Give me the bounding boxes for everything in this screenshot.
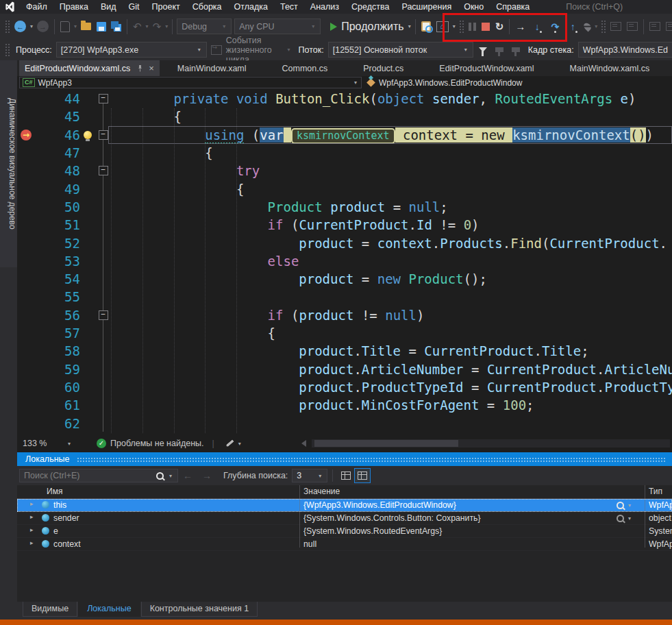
code-line-59[interactable]: 59product.ArticleNumber = CurrentProduct… [17, 360, 672, 378]
tool-tab-0[interactable]: Видимые [23, 602, 77, 617]
pause-button[interactable] [466, 19, 478, 35]
fold-marker[interactable]: − [99, 310, 108, 320]
column-splitter[interactable] [299, 485, 300, 548]
drag-handle[interactable] [77, 456, 666, 463]
document-tab-2[interactable]: Common.cs [264, 60, 346, 76]
magnifier-icon[interactable] [617, 502, 624, 509]
document-tab-6[interactable]: ksmirn [667, 60, 672, 76]
lifecycle-events-button[interactable] [209, 42, 224, 58]
code-line-47[interactable]: 47{ [17, 144, 672, 162]
search-icon[interactable] [156, 472, 164, 480]
navigate-forward-button[interactable]: → [35, 19, 51, 35]
tool-tab-1[interactable]: Локальные [78, 602, 140, 617]
code-line-51[interactable]: 51if (CurrentProduct.Id != 0) [17, 216, 672, 234]
immediate-window-button[interactable] [625, 19, 640, 35]
filter-flagged-icon[interactable] [495, 47, 503, 52]
search-depth-combo[interactable]: 3 ▾ [292, 469, 327, 482]
menu-item-12[interactable]: Справка [490, 0, 536, 14]
tool-tab-2[interactable]: Контрольные значения 1 [141, 602, 258, 617]
code-line-54[interactable]: 54product = new Product(); [17, 270, 672, 288]
navigate-back-button[interactable]: ← [12, 19, 28, 35]
process-combo[interactable]: [2720] WpfApp3.exe▾ [56, 42, 207, 58]
menu-item-9[interactable]: Средства [345, 0, 395, 14]
menu-item-3[interactable]: Git [123, 0, 146, 14]
undo-button[interactable]: ↶ [131, 19, 144, 35]
indent-decrease-button[interactable] [647, 19, 662, 35]
value-visualizer[interactable]: ▾ [617, 512, 632, 524]
code-line-57[interactable]: 57{ [17, 324, 672, 342]
show-next-statement-button[interactable]: → [513, 19, 527, 35]
project-dropdown[interactable]: C# WpfApp3 ▾ [19, 77, 362, 88]
code-line-62[interactable]: 62 [17, 415, 672, 432]
fold-marker[interactable]: − [99, 166, 108, 175]
flag-column-button[interactable] [338, 468, 354, 483]
stop-debugging-button[interactable] [480, 19, 492, 35]
code-line-45[interactable]: 45{ [17, 108, 672, 125]
code-line-50[interactable]: 50Product product = null; [17, 198, 672, 216]
code-editor[interactable]: 44−private void Button_Click(object send… [17, 90, 672, 434]
continue-button[interactable]: Продолжить [323, 19, 406, 35]
document-tab-1[interactable]: MainWindow.xaml [160, 60, 264, 76]
thread-combo[interactable]: [12552] Основной поток▾ [328, 42, 473, 58]
toolbar-grip[interactable] [5, 43, 10, 57]
chevron-down-icon[interactable]: ▾ [29, 23, 34, 29]
code-line-60[interactable]: 60product.ProductTypeId = CurrentProduct… [17, 378, 672, 396]
locals-title-bar[interactable]: Локальные [17, 452, 672, 466]
chevron-down-icon[interactable]: ▾ [407, 23, 412, 29]
menu-item-1[interactable]: Правка [53, 0, 95, 14]
menu-item-10[interactable]: Расширения [395, 0, 458, 14]
expander-icon[interactable]: ▸ [30, 539, 34, 546]
menu-item-0[interactable]: Файл [20, 0, 53, 14]
locals-row-e[interactable]: ▸e{System.Windows.RoutedEventArgs}System… [17, 525, 672, 538]
column-header-value[interactable]: Значение [303, 487, 340, 496]
locals-search-input[interactable]: Поиск (Ctrl+E) ▾ [19, 469, 178, 482]
code-line-55[interactable]: 55 [17, 288, 672, 306]
scrollbar-thumb[interactable] [314, 440, 458, 447]
menu-item-7[interactable]: Тест [274, 0, 304, 14]
new-file-button[interactable] [58, 19, 72, 35]
menu-item-2[interactable]: Вид [95, 0, 123, 14]
menu-item-5[interactable]: Сборка [186, 0, 228, 14]
chevron-down-icon[interactable]: ▾ [164, 23, 169, 29]
filter-threads-icon[interactable] [479, 47, 487, 52]
breakpoint-current-statement-icon[interactable]: → [17, 130, 35, 140]
document-tab-5[interactable]: MainWindow.xaml.cs [552, 60, 668, 76]
hot-reload-button[interactable] [582, 19, 593, 35]
open-file-button[interactable] [79, 19, 93, 35]
code-line-52[interactable]: 52product = context.Products.Find(Curren… [17, 234, 672, 252]
step-into-button[interactable]: ↓ [529, 19, 545, 35]
quick-search[interactable]: Поиск (Ctrl+Q) [566, 2, 623, 12]
show-all-windows-button[interactable]: ⌂ [434, 19, 451, 35]
locals-row-this[interactable]: ▸this{WpfApp3.Windows.EditProductWindow}… [17, 499, 672, 512]
code-line-61[interactable]: 61product.MinCostForAgent = 100; [17, 396, 672, 414]
chevron-down-icon[interactable]: ▾ [451, 23, 457, 29]
save-all-button[interactable] [110, 19, 123, 35]
code-line-56[interactable]: 56−if (product != null) [17, 306, 672, 324]
solution-configuration-combo[interactable]: Debug▾ [177, 19, 232, 34]
horizontal-scrollbar[interactable] [312, 439, 670, 448]
restart-button[interactable]: ↻ [493, 19, 506, 35]
redo-button[interactable]: ↷ [151, 19, 164, 35]
chevron-down-icon[interactable]: ▾ [168, 473, 173, 479]
code-line-58[interactable]: 58product.Title = CurrentProduct.Title; [17, 342, 672, 360]
expander-icon[interactable]: ▸ [30, 500, 34, 507]
solution-platform-combo[interactable]: Any CPU▾ [234, 19, 321, 34]
step-out-button[interactable]: ↑ [564, 19, 581, 35]
menu-item-6[interactable]: Отладка [228, 0, 274, 14]
type-dropdown[interactable]: WpfApp3.Windows.EditProductWindow [366, 77, 672, 88]
code-line-44[interactable]: 44−private void Button_Click(object send… [17, 90, 672, 108]
indent-increase-button[interactable] [664, 19, 672, 35]
magnifier-icon[interactable] [617, 515, 624, 522]
scroll-left-icon[interactable] [301, 440, 306, 447]
toolbar-grip[interactable] [5, 20, 10, 34]
menu-item-8[interactable]: Анализ [304, 0, 345, 14]
locals-row-sender[interactable]: ▸sender{System.Windows.Controls.Button: … [17, 512, 672, 525]
search-back-icon[interactable]: ← [178, 470, 197, 481]
expander-icon[interactable]: ▸ [30, 526, 34, 533]
code-line-46[interactable]: →46−using (var ksmirnovContext context =… [17, 126, 672, 144]
find-in-files-button[interactable] [419, 19, 433, 35]
column-header-name[interactable]: Имя [47, 487, 62, 496]
chevron-down-icon[interactable]: ▾ [627, 502, 632, 508]
filter-clear-icon[interactable] [512, 47, 520, 52]
fold-marker[interactable]: − [99, 94, 108, 103]
